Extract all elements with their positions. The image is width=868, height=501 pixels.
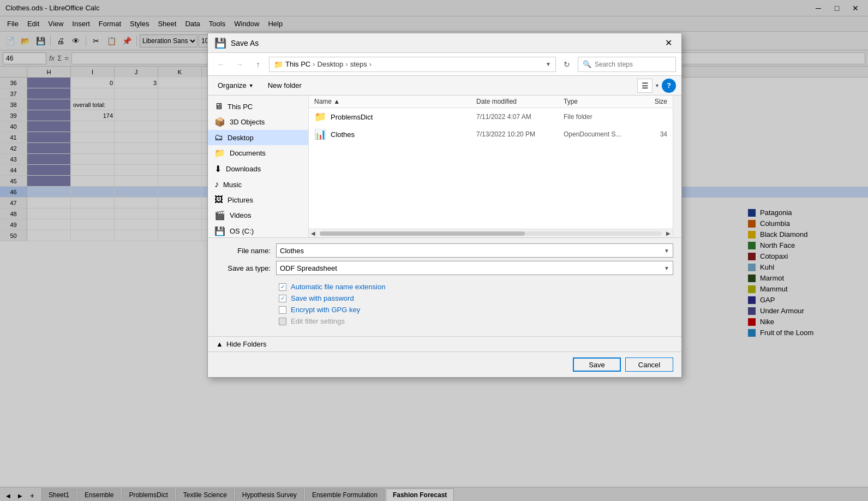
downloads-icon: ⬇ xyxy=(214,164,222,174)
pane-label-3dobjects: 3D Objects xyxy=(230,118,265,126)
left-pane: 🖥 This PC 📦 3D Objects 🗂 Desktop 📁 Docum… xyxy=(208,96,309,237)
breadcrumb-pc-icon: 📁 xyxy=(274,60,283,69)
col-name-header[interactable]: Name ▲ xyxy=(314,98,476,105)
pane-label-thispc: This PC xyxy=(228,103,253,111)
dialog-close-button[interactable]: ✕ xyxy=(662,37,675,50)
auto-ext-checkbox[interactable] xyxy=(279,283,286,291)
dialog-overlay: 💾 Save As ✕ ← → ↑ 📁 This PC › Desktop › … xyxy=(0,0,868,501)
dialog-body: 🖥 This PC 📦 3D Objects 🗂 Desktop 📁 Docum… xyxy=(208,96,681,237)
savetype-label: Save as type: xyxy=(216,264,271,272)
dialog-title: 💾 Save As xyxy=(214,37,259,49)
breadcrumb-sep3: › xyxy=(369,60,372,68)
file-row-clothes[interactable]: 📊 Clothes 7/13/2022 10:20 PM OpenDocumen… xyxy=(309,126,673,143)
hscroll-right[interactable]: ▶ xyxy=(664,230,673,236)
save-as-dialog: 💾 Save As ✕ ← → ↑ 📁 This PC › Desktop › … xyxy=(207,33,682,378)
savetype-value: ODF Spreadsheet xyxy=(280,264,337,272)
file-date-clothes: 7/13/2022 10:20 PM xyxy=(476,130,564,138)
vertical-scrollbar[interactable] xyxy=(673,96,681,237)
pane-item-3dobjects[interactable]: 📦 3D Objects xyxy=(208,114,308,130)
breadcrumb-dropdown-icon[interactable]: ▼ xyxy=(546,61,551,67)
hscroll-thumb[interactable] xyxy=(320,231,525,236)
search-input[interactable] xyxy=(595,61,671,68)
encrypt-gpg-label[interactable]: Encrypt with GPG key xyxy=(291,306,360,314)
back-button[interactable]: ← xyxy=(213,57,229,72)
cancel-button[interactable]: Cancel xyxy=(625,357,673,372)
dialog-toolbar-row: Organize ▼ New folder ☰ ▼ ? xyxy=(208,76,681,96)
videos-icon: 🎬 xyxy=(214,210,225,220)
option-save-password: Save with password xyxy=(279,294,673,302)
hscroll-left[interactable]: ◀ xyxy=(309,230,318,236)
desktop-icon: 🗂 xyxy=(214,133,223,142)
breadcrumb-sep2: › xyxy=(345,60,348,68)
dialog-titlebar: 💾 Save As ✕ xyxy=(208,33,681,53)
option-auto-ext: Automatic file name extension xyxy=(279,283,673,291)
pane-item-documents[interactable]: 📁 Documents xyxy=(208,145,308,161)
filename-value: Clothes xyxy=(280,247,304,255)
savetype-row: Save as type: ODF Spreadsheet ▼ xyxy=(216,261,673,275)
file-name-problemsdict: ProblemsDict xyxy=(331,113,476,121)
pane-item-pictures[interactable]: 🖼 Pictures xyxy=(208,192,308,207)
breadcrumb-steps[interactable]: steps xyxy=(350,60,367,68)
savetype-select[interactable]: ODF Spreadsheet ▼ xyxy=(276,261,673,275)
save-password-label[interactable]: Save with password xyxy=(291,294,354,302)
osc-icon: 💾 xyxy=(214,226,225,236)
filename-dropdown-icon[interactable]: ▼ xyxy=(664,248,669,254)
refresh-button[interactable]: ↻ xyxy=(559,57,574,72)
organize-button[interactable]: Organize ▼ xyxy=(213,80,258,91)
breadcrumb-desktop[interactable]: Desktop xyxy=(318,60,344,68)
pane-label-videos: Videos xyxy=(230,211,252,219)
search-box[interactable]: 🔍 xyxy=(578,57,676,72)
pane-label-pictures: Pictures xyxy=(228,196,253,204)
dialog-title-text: Save As xyxy=(231,39,259,47)
pane-item-music[interactable]: ♪ Music xyxy=(208,177,308,192)
organize-dropdown-icon: ▼ xyxy=(249,83,254,88)
horizontal-scrollbar[interactable]: ◀ ▶ xyxy=(309,229,673,237)
col-date-header[interactable]: Date modified xyxy=(476,98,564,105)
search-icon: 🔍 xyxy=(583,60,591,68)
save-button[interactable]: Save xyxy=(573,357,621,372)
filter-settings-label: Edit filter settings xyxy=(291,317,345,325)
pane-item-thispc[interactable]: 🖥 This PC xyxy=(208,99,308,114)
file-row-problemsdict[interactable]: 📁 ProblemsDict 7/11/2022 4:07 AM File fo… xyxy=(309,108,673,126)
breadcrumb-thispc: This PC xyxy=(285,60,310,68)
filter-settings-checkbox xyxy=(279,318,286,325)
breadcrumb[interactable]: 📁 This PC › Desktop › steps › ▼ xyxy=(269,57,556,72)
auto-ext-label[interactable]: Automatic file name extension xyxy=(291,283,385,291)
pane-item-osc[interactable]: 💾 OS (C:) xyxy=(208,223,308,237)
forward-button[interactable]: → xyxy=(232,57,247,72)
save-password-checkbox[interactable] xyxy=(279,295,286,302)
hide-folders-label: Hide Folders xyxy=(226,340,267,348)
new-folder-label: New folder xyxy=(268,81,302,90)
encrypt-gpg-checkbox[interactable] xyxy=(279,306,286,314)
pictures-icon: 🖼 xyxy=(214,195,223,205)
col-size-header[interactable]: Size xyxy=(634,98,667,105)
hscroll-track[interactable] xyxy=(320,231,662,236)
pane-label-osc: OS (C:) xyxy=(230,227,254,235)
filename-row: File name: Clothes ▼ xyxy=(216,243,673,258)
documents-icon: 📁 xyxy=(214,148,225,158)
view-toggle-button[interactable]: ☰ xyxy=(637,79,653,93)
pane-item-desktop[interactable]: 🗂 Desktop xyxy=(208,130,308,145)
3dobjects-icon: 📦 xyxy=(214,117,225,127)
view-controls: ☰ ▼ ? xyxy=(637,79,676,93)
pane-label-downloads: Downloads xyxy=(226,165,261,173)
file-date-problemsdict: 7/11/2022 4:07 AM xyxy=(476,113,564,121)
pane-label-music: Music xyxy=(223,181,242,189)
file-list-header: Name ▲ Date modified Type Size xyxy=(309,96,673,108)
col-type-header[interactable]: Type xyxy=(564,98,634,105)
breadcrumb-sep1: › xyxy=(313,60,315,68)
pane-label-desktop: Desktop xyxy=(228,134,254,142)
hscroll-area: ◀ ▶ xyxy=(309,229,673,237)
thispc-icon: 🖥 xyxy=(214,102,223,111)
new-folder-button[interactable]: New folder xyxy=(264,80,306,91)
filename-input[interactable]: Clothes ▼ xyxy=(276,243,673,258)
view-dropdown-icon: ▼ xyxy=(655,83,660,88)
hide-folders-row[interactable]: ▲ Hide Folders xyxy=(208,336,681,351)
pane-item-downloads[interactable]: ⬇ Downloads xyxy=(208,161,308,177)
option-filter-settings: Edit filter settings xyxy=(279,317,673,325)
pane-item-videos[interactable]: 🎬 Videos xyxy=(208,207,308,223)
folder-icon: 📁 xyxy=(314,111,326,123)
help-button[interactable]: ? xyxy=(662,79,676,93)
savetype-dropdown-icon[interactable]: ▼ xyxy=(664,265,669,271)
up-button[interactable]: ↑ xyxy=(250,57,266,72)
